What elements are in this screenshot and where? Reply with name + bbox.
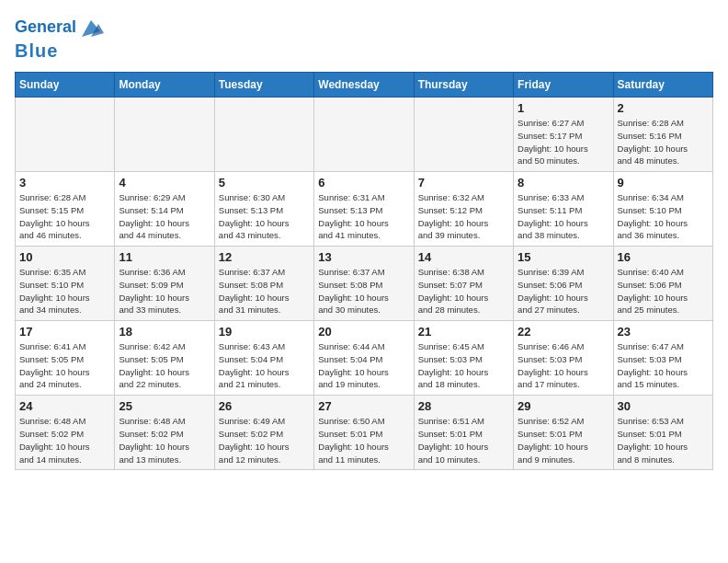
calendar-cell: 24Sunrise: 6:48 AMSunset: 5:02 PMDayligh… [16, 396, 115, 470]
day-number: 24 [19, 399, 110, 413]
day-info: Sunrise: 6:27 AMSunset: 5:17 PMDaylight:… [518, 117, 609, 167]
calendar-cell: 25Sunrise: 6:48 AMSunset: 5:02 PMDayligh… [115, 396, 214, 470]
day-number: 1 [518, 101, 609, 115]
day-info: Sunrise: 6:29 AMSunset: 5:14 PMDaylight:… [119, 191, 210, 242]
calendar-cell [314, 98, 414, 172]
day-info: Sunrise: 6:50 AMSunset: 5:01 PMDaylight:… [318, 415, 409, 465]
calendar-cell: 14Sunrise: 6:38 AMSunset: 5:07 PMDayligh… [414, 247, 513, 321]
day-info: Sunrise: 6:30 AMSunset: 5:13 PMDaylight:… [219, 191, 310, 242]
calendar-cell: 8Sunrise: 6:33 AMSunset: 5:11 PMDaylight… [514, 172, 613, 247]
calendar-cell: 26Sunrise: 6:49 AMSunset: 5:02 PMDayligh… [214, 396, 313, 470]
day-number: 29 [518, 399, 609, 413]
calendar-cell: 29Sunrise: 6:52 AMSunset: 5:01 PMDayligh… [514, 396, 613, 470]
day-header-saturday: Saturday [613, 73, 712, 98]
day-info: Sunrise: 6:52 AMSunset: 5:01 PMDaylight:… [518, 415, 609, 465]
calendar-cell: 27Sunrise: 6:50 AMSunset: 5:01 PMDayligh… [314, 396, 414, 470]
day-info: Sunrise: 6:28 AMSunset: 5:16 PMDaylight:… [618, 117, 709, 167]
calendar-cell: 9Sunrise: 6:34 AMSunset: 5:10 PMDaylight… [613, 172, 712, 247]
day-info: Sunrise: 6:39 AMSunset: 5:06 PMDaylight:… [518, 266, 609, 316]
day-header-thursday: Thursday [414, 73, 513, 98]
logo-text-general: General [15, 18, 76, 37]
day-info: Sunrise: 6:47 AMSunset: 5:03 PMDaylight:… [618, 340, 709, 391]
day-number: 27 [318, 399, 409, 413]
day-info: Sunrise: 6:48 AMSunset: 5:02 PMDaylight:… [119, 415, 210, 465]
calendar-week-4: 17Sunrise: 6:41 AMSunset: 5:05 PMDayligh… [16, 321, 713, 396]
calendar-week-2: 3Sunrise: 6:28 AMSunset: 5:15 PMDaylight… [16, 172, 713, 247]
calendar-cell: 12Sunrise: 6:37 AMSunset: 5:08 PMDayligh… [214, 247, 313, 321]
calendar-cell: 22Sunrise: 6:46 AMSunset: 5:03 PMDayligh… [514, 321, 613, 396]
day-number: 12 [219, 250, 310, 264]
day-info: Sunrise: 6:28 AMSunset: 5:15 PMDaylight:… [19, 191, 110, 242]
calendar-week-3: 10Sunrise: 6:35 AMSunset: 5:10 PMDayligh… [16, 247, 713, 321]
day-number: 15 [518, 250, 609, 264]
calendar-cell: 28Sunrise: 6:51 AMSunset: 5:01 PMDayligh… [414, 396, 513, 470]
day-header-sunday: Sunday [16, 73, 115, 98]
day-number: 8 [518, 176, 609, 190]
day-info: Sunrise: 6:49 AMSunset: 5:02 PMDaylight:… [219, 415, 310, 465]
calendar-cell: 20Sunrise: 6:44 AMSunset: 5:04 PMDayligh… [314, 321, 414, 396]
calendar-week-5: 24Sunrise: 6:48 AMSunset: 5:02 PMDayligh… [16, 396, 713, 470]
day-info: Sunrise: 6:46 AMSunset: 5:03 PMDaylight:… [518, 340, 609, 391]
day-header-monday: Monday [115, 73, 214, 98]
calendar-cell: 2Sunrise: 6:28 AMSunset: 5:16 PMDaylight… [613, 98, 712, 172]
calendar-week-1: 1Sunrise: 6:27 AMSunset: 5:17 PMDaylight… [16, 98, 713, 172]
logo: General Blue [15, 15, 104, 61]
day-number: 10 [19, 250, 110, 264]
calendar-cell: 17Sunrise: 6:41 AMSunset: 5:05 PMDayligh… [16, 321, 115, 396]
day-info: Sunrise: 6:51 AMSunset: 5:01 PMDaylight:… [418, 415, 509, 465]
day-number: 30 [618, 399, 709, 413]
day-number: 14 [418, 250, 509, 264]
day-number: 2 [618, 101, 709, 115]
calendar-cell: 19Sunrise: 6:43 AMSunset: 5:04 PMDayligh… [214, 321, 313, 396]
calendar-cell: 21Sunrise: 6:45 AMSunset: 5:03 PMDayligh… [414, 321, 513, 396]
day-number: 26 [219, 399, 310, 413]
calendar-cell: 16Sunrise: 6:40 AMSunset: 5:06 PMDayligh… [613, 247, 712, 321]
calendar-cell: 3Sunrise: 6:28 AMSunset: 5:15 PMDaylight… [16, 172, 115, 247]
day-header-wednesday: Wednesday [314, 73, 414, 98]
day-info: Sunrise: 6:37 AMSunset: 5:08 PMDaylight:… [219, 266, 310, 316]
page-header: General Blue [15, 15, 713, 61]
day-info: Sunrise: 6:32 AMSunset: 5:12 PMDaylight:… [418, 191, 509, 242]
day-info: Sunrise: 6:48 AMSunset: 5:02 PMDaylight:… [19, 415, 110, 465]
day-number: 4 [119, 176, 210, 190]
day-number: 16 [618, 250, 709, 264]
calendar-cell: 18Sunrise: 6:42 AMSunset: 5:05 PMDayligh… [115, 321, 214, 396]
day-info: Sunrise: 6:41 AMSunset: 5:05 PMDaylight:… [19, 340, 110, 391]
calendar-cell: 10Sunrise: 6:35 AMSunset: 5:10 PMDayligh… [16, 247, 115, 321]
day-number: 25 [119, 399, 210, 413]
calendar-cell: 15Sunrise: 6:39 AMSunset: 5:06 PMDayligh… [514, 247, 613, 321]
calendar-cell: 23Sunrise: 6:47 AMSunset: 5:03 PMDayligh… [613, 321, 712, 396]
calendar-cell [414, 98, 513, 172]
day-header-friday: Friday [514, 73, 613, 98]
day-number: 6 [318, 176, 409, 190]
day-number: 22 [518, 325, 609, 339]
day-number: 7 [418, 176, 509, 190]
calendar-header: SundayMondayTuesdayWednesdayThursdayFrid… [16, 73, 713, 98]
day-header-tuesday: Tuesday [214, 73, 313, 98]
day-info: Sunrise: 6:38 AMSunset: 5:07 PMDaylight:… [418, 266, 509, 316]
calendar-cell: 1Sunrise: 6:27 AMSunset: 5:17 PMDaylight… [514, 98, 613, 172]
calendar-cell: 5Sunrise: 6:30 AMSunset: 5:13 PMDaylight… [214, 172, 313, 247]
day-info: Sunrise: 6:42 AMSunset: 5:05 PMDaylight:… [119, 340, 210, 391]
day-info: Sunrise: 6:53 AMSunset: 5:01 PMDaylight:… [618, 415, 709, 465]
day-info: Sunrise: 6:43 AMSunset: 5:04 PMDaylight:… [219, 340, 310, 391]
calendar-cell: 6Sunrise: 6:31 AMSunset: 5:13 PMDaylight… [314, 172, 414, 247]
day-info: Sunrise: 6:33 AMSunset: 5:11 PMDaylight:… [518, 191, 609, 242]
day-info: Sunrise: 6:40 AMSunset: 5:06 PMDaylight:… [618, 266, 709, 316]
day-info: Sunrise: 6:35 AMSunset: 5:10 PMDaylight:… [19, 266, 110, 316]
calendar-cell: 7Sunrise: 6:32 AMSunset: 5:12 PMDaylight… [414, 172, 513, 247]
calendar-cell [115, 98, 214, 172]
day-number: 20 [318, 325, 409, 339]
logo-text-blue: Blue [15, 40, 58, 61]
day-info: Sunrise: 6:44 AMSunset: 5:04 PMDaylight:… [318, 340, 409, 391]
day-number: 18 [119, 325, 210, 339]
calendar-table: SundayMondayTuesdayWednesdayThursdayFrid… [15, 72, 713, 470]
day-number: 21 [418, 325, 509, 339]
day-number: 17 [19, 325, 110, 339]
day-number: 28 [418, 399, 509, 413]
day-number: 3 [19, 176, 110, 190]
day-number: 19 [219, 325, 310, 339]
day-info: Sunrise: 6:31 AMSunset: 5:13 PMDaylight:… [318, 191, 409, 242]
day-number: 5 [219, 176, 310, 190]
calendar-cell: 13Sunrise: 6:37 AMSunset: 5:08 PMDayligh… [314, 247, 414, 321]
